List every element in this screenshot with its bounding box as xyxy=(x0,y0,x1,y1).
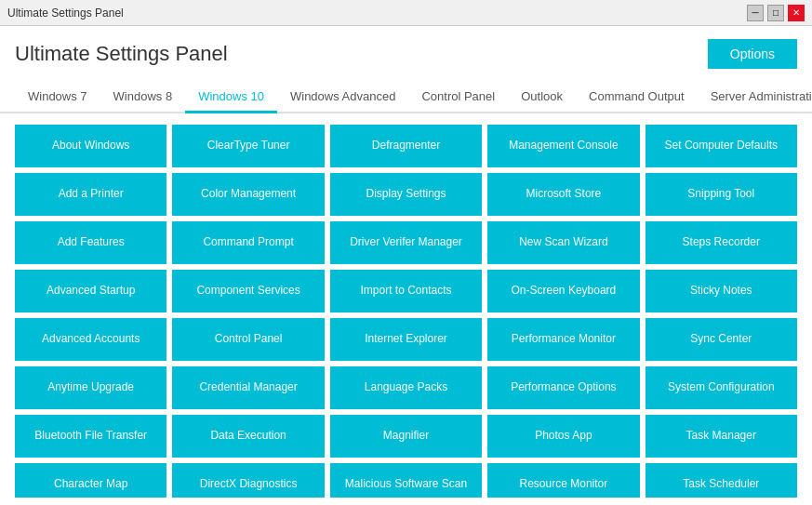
options-button[interactable]: Options xyxy=(708,39,797,69)
app-title: Ultimate Settings Panel xyxy=(15,42,228,66)
grid-button-16[interactable]: Component Services xyxy=(172,270,324,312)
title-bar-controls: ─ □ ✕ xyxy=(747,5,805,21)
grid-button-2[interactable]: Defragmenter xyxy=(330,125,482,167)
grid-button-1[interactable]: ClearType Tuner xyxy=(172,125,324,167)
tab-win7[interactable]: Windows 7 xyxy=(15,82,100,113)
grid-button-32[interactable]: Magnifier xyxy=(330,415,482,458)
grid-button-15[interactable]: Advanced Startup xyxy=(15,270,166,312)
tab-controlpanel[interactable]: Control Panel xyxy=(408,82,508,113)
grid-button-26[interactable]: Credential Manager xyxy=(172,366,324,409)
header: Ultimate Settings Panel Options xyxy=(0,26,812,82)
grid-button-12[interactable]: Driver Verifer Manager xyxy=(330,221,482,264)
tab-winadvanced[interactable]: Windows Advanced xyxy=(277,82,408,113)
grid-button-31[interactable]: Data Execution xyxy=(172,415,324,458)
grid-button-3[interactable]: Management Console xyxy=(487,125,639,167)
grid-area: About WindowsClearType TunerDefragmenter… xyxy=(0,113,812,498)
grid-button-17[interactable]: Import to Contacts xyxy=(330,270,482,312)
grid-button-23[interactable]: Performance Monitor xyxy=(487,318,639,361)
grid-button-4[interactable]: Set Computer Defaults xyxy=(646,125,797,167)
grid-button-0[interactable]: About Windows xyxy=(15,125,166,167)
grid-button-13[interactable]: New Scan Wizard xyxy=(487,221,639,264)
grid-button-38[interactable]: Resource Monitor xyxy=(487,463,639,498)
tabs-bar: Windows 7Windows 8Windows 10Windows Adva… xyxy=(0,82,812,113)
tab-serveradmin[interactable]: Server Administration xyxy=(698,82,812,113)
grid-button-30[interactable]: Bluetooth File Transfer xyxy=(15,415,166,458)
grid-button-28[interactable]: Performance Options xyxy=(487,366,639,409)
title-bar: Ultimate Settings Panel ─ □ ✕ xyxy=(0,0,812,26)
grid-button-20[interactable]: Advanced Accounts xyxy=(15,318,166,361)
grid-button-18[interactable]: On-Screen Keyboard xyxy=(487,270,639,312)
grid-button-9[interactable]: Snipping Tool xyxy=(646,173,797,216)
grid-button-35[interactable]: Character Map xyxy=(15,463,166,498)
grid-button-34[interactable]: Task Manager xyxy=(646,415,797,458)
grid-button-5[interactable]: Add a Printer xyxy=(15,173,166,216)
grid-button-27[interactable]: Language Packs xyxy=(330,366,482,409)
buttons-grid: About WindowsClearType TunerDefragmenter… xyxy=(15,125,797,498)
grid-button-8[interactable]: Microsoft Store xyxy=(487,173,639,216)
minimize-button[interactable]: ─ xyxy=(747,5,764,21)
grid-button-25[interactable]: Anytime Upgrade xyxy=(15,366,166,409)
tab-win10[interactable]: Windows 10 xyxy=(185,82,277,113)
grid-button-10[interactable]: Add Features xyxy=(15,221,166,264)
grid-button-21[interactable]: Control Panel xyxy=(172,318,324,361)
maximize-button[interactable]: □ xyxy=(767,5,784,21)
grid-button-33[interactable]: Photos App xyxy=(487,415,639,458)
grid-button-37[interactable]: Malicious Software Scan xyxy=(330,463,482,498)
grid-button-36[interactable]: DirectX Diagnostics xyxy=(172,463,324,498)
grid-button-11[interactable]: Command Prompt xyxy=(172,221,324,264)
grid-button-7[interactable]: Display Settings xyxy=(330,173,482,216)
grid-button-24[interactable]: Sync Center xyxy=(646,318,797,361)
grid-button-6[interactable]: Color Management xyxy=(172,173,324,216)
grid-button-39[interactable]: Task Scheduler xyxy=(646,463,797,498)
tab-outlook[interactable]: Outlook xyxy=(508,82,576,113)
title-bar-text: Ultimate Settings Panel xyxy=(7,7,124,20)
grid-button-29[interactable]: System Configuration xyxy=(646,366,797,409)
grid-button-14[interactable]: Steps Recorder xyxy=(646,221,797,264)
grid-button-19[interactable]: Sticky Notes xyxy=(646,270,797,312)
tab-win8[interactable]: Windows 8 xyxy=(100,82,186,113)
tab-cmdoutput[interactable]: Command Output xyxy=(576,82,698,113)
grid-button-22[interactable]: Internet Explorer xyxy=(330,318,482,361)
close-button[interactable]: ✕ xyxy=(788,5,805,21)
